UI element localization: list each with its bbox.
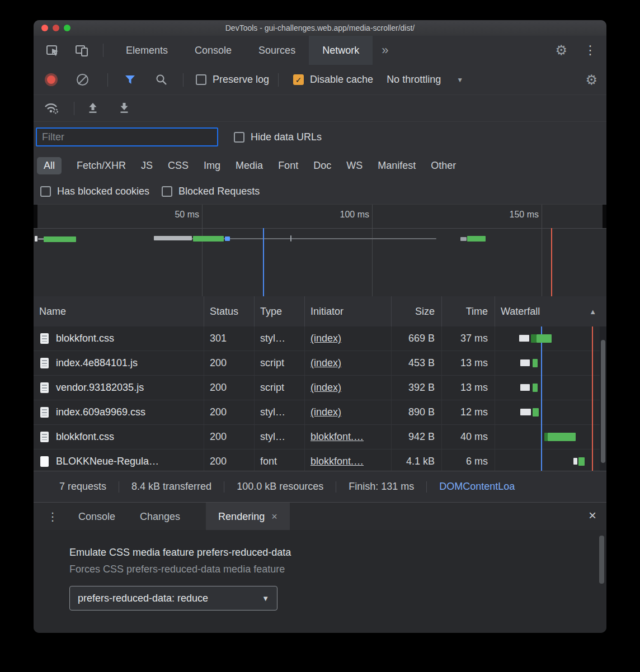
search-icon[interactable]	[156, 74, 167, 86]
filter-pill-ws[interactable]: WS	[346, 160, 363, 172]
column-header-time[interactable]: Time	[442, 296, 495, 326]
disable-cache-checkbox[interactable]: ✓ Disable cache	[293, 74, 373, 86]
network-conditions-icon[interactable]	[44, 102, 59, 115]
checkbox-box	[196, 74, 206, 85]
export-har-icon[interactable]	[118, 102, 130, 114]
overview-left-handle[interactable]	[34, 205, 37, 228]
filter-funnel-icon[interactable]	[125, 75, 135, 84]
tab-network[interactable]: Network	[309, 36, 373, 65]
tab-elements[interactable]: Elements	[112, 36, 181, 65]
initiator-link[interactable]: (index)	[310, 333, 341, 344]
request-name: blokkfont.css	[56, 333, 114, 344]
record-network-log-button[interactable]	[47, 75, 55, 84]
has-blocked-cookies-checkbox[interactable]: Has blocked cookies	[40, 186, 149, 197]
script-file-icon	[40, 358, 49, 368]
more-tabs-icon[interactable]: »	[382, 43, 388, 58]
dom-content-loaded-line	[541, 326, 542, 471]
size-cell: 890 B	[408, 406, 435, 418]
column-header-name[interactable]: Name	[34, 296, 204, 326]
table-row[interactable]: blokkfont.css 200 styl… blokkfont.… 942 …	[34, 425, 606, 449]
tick-label: 100 ms	[338, 210, 369, 220]
tab-console[interactable]: Console	[181, 36, 245, 65]
clear-network-log-button[interactable]	[77, 74, 88, 86]
type-cell: script	[260, 357, 284, 369]
tab-close-icon[interactable]: ×	[271, 511, 277, 523]
filter-pill-css[interactable]: CSS	[168, 160, 189, 172]
font-file-icon	[40, 456, 49, 467]
overview-bar	[460, 237, 467, 241]
prefers-reduced-data-select[interactable]: prefers-reduced-data: reduce ▼	[69, 586, 277, 611]
drawer-tab-rendering[interactable]: Rendering ×	[206, 503, 290, 531]
filter-pill-doc[interactable]: Doc	[313, 160, 331, 172]
request-name: index.609a9969.css	[56, 406, 145, 418]
dom-content-loaded-time: DOMContentLoa	[439, 481, 515, 493]
request-table-body: blokkfont.css 301 styl… (index) 669 B 37…	[34, 326, 606, 471]
table-scrollbar-thumb[interactable]	[601, 340, 605, 463]
waterfall-bar-segment	[520, 359, 530, 366]
column-label: Initiator	[310, 306, 343, 318]
initiator-link[interactable]: blokkfont.…	[310, 456, 364, 467]
throttling-select[interactable]: No throttling ▼	[387, 74, 463, 86]
column-header-status[interactable]: Status	[204, 296, 255, 326]
column-header-waterfall[interactable]: Waterfall ▲	[495, 296, 606, 326]
sort-ascending-icon: ▲	[589, 307, 596, 316]
waterfall-bar-segment	[519, 335, 529, 342]
table-row[interactable]: vendor.93182035.js 200 script (index) 39…	[34, 376, 606, 400]
waterfall-bar-segment	[573, 458, 577, 465]
waterfall-bar-segment	[537, 334, 552, 343]
table-row[interactable]: index.4e884101.js 200 script (index) 453…	[34, 351, 606, 376]
table-row[interactable]: index.609a9969.css 200 styl… (index) 890…	[34, 400, 606, 425]
preserve-log-checkbox[interactable]: Preserve log	[196, 74, 269, 86]
finish-time: Finish: 131 ms	[349, 481, 414, 493]
overview-bar	[44, 236, 76, 242]
column-label: Waterfall	[501, 306, 540, 318]
overview-right-handle[interactable]	[603, 205, 606, 228]
drawer-tab-console[interactable]: Console	[66, 503, 128, 531]
type-cell: font	[260, 456, 277, 467]
waterfall-bar-segment	[520, 384, 530, 391]
table-row[interactable]: BLOKKNeue-Regula… 200 font blokkfont.… 4…	[34, 449, 606, 474]
filter-pill-manifest[interactable]: Manifest	[378, 160, 416, 172]
table-row[interactable]: blokkfont.css 301 styl… (index) 669 B 37…	[34, 326, 606, 351]
filter-pill-all[interactable]: All	[37, 157, 62, 174]
column-header-size[interactable]: Size	[392, 296, 442, 326]
divider	[119, 481, 119, 493]
network-overview-timeline[interactable]: 50 ms 100 ms 150 ms	[34, 205, 606, 297]
column-header-initiator[interactable]: Initiator	[305, 296, 392, 326]
overview-bar	[290, 235, 291, 242]
inspect-element-icon[interactable]	[46, 44, 60, 57]
drawer-close-icon[interactable]: ×	[589, 509, 596, 522]
initiator-link[interactable]: blokkfont.…	[310, 431, 364, 443]
initiator-link[interactable]: (index)	[310, 406, 341, 418]
settings-gear-icon[interactable]: ⚙	[555, 44, 567, 57]
waterfall-bar-segment	[531, 334, 537, 343]
filter-pill-media[interactable]: Media	[236, 160, 263, 172]
divider	[278, 73, 279, 87]
divider	[74, 102, 74, 115]
titlebar: DevTools - gui-challenges.web.app/media-…	[34, 20, 606, 36]
filter-pill-other[interactable]: Other	[431, 160, 456, 172]
main-menu-icon[interactable]: ⋮	[584, 44, 596, 56]
filter-pill-img[interactable]: Img	[204, 160, 220, 172]
filter-input[interactable]	[36, 127, 218, 146]
filter-pill-fetch-xhr[interactable]: Fetch/XHR	[77, 160, 126, 172]
network-settings-gear-icon[interactable]: ⚙	[585, 73, 597, 87]
import-har-icon[interactable]	[87, 102, 99, 114]
filter-pill-font[interactable]: Font	[278, 160, 298, 172]
column-header-type[interactable]: Type	[255, 296, 305, 326]
column-label: Size	[415, 306, 435, 318]
drawer-menu-icon[interactable]: ⋮	[47, 511, 58, 522]
blocked-requests-checkbox[interactable]: Blocked Requests	[162, 186, 260, 197]
initiator-link[interactable]: (index)	[310, 382, 341, 394]
type-cell: script	[260, 382, 284, 394]
tab-sources[interactable]: Sources	[245, 36, 309, 65]
initiator-link[interactable]: (index)	[310, 357, 341, 369]
overview-bar	[225, 236, 230, 241]
device-toolbar-icon[interactable]	[75, 44, 90, 57]
select-value: prefers-reduced-data: reduce	[78, 593, 208, 604]
filter-pill-js[interactable]: JS	[141, 160, 153, 172]
overview-bar	[467, 236, 486, 242]
drawer-tab-changes[interactable]: Changes	[128, 503, 192, 531]
drawer-scrollbar-thumb[interactable]	[599, 536, 604, 584]
hide-data-urls-checkbox[interactable]: Hide data URLs	[234, 131, 322, 143]
